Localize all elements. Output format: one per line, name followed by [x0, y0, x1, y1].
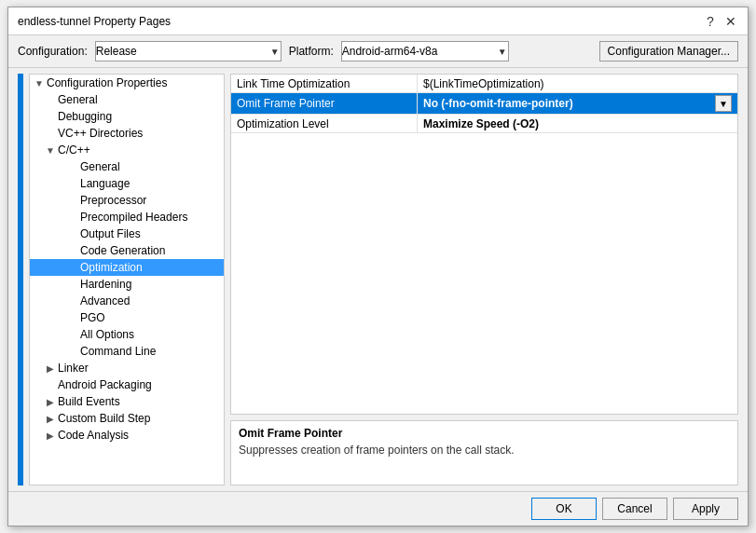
bottom-bar: OK Cancel Apply [8, 491, 748, 526]
prop-value: Maximize Speed (-O2) [418, 115, 737, 132]
apply-button[interactable]: Apply [673, 498, 738, 520]
expand-icon: ▶ [45, 397, 56, 407]
right-panel: Link Time Optimization$(LinkTimeOptimiza… [230, 74, 738, 485]
property-pages-dialog: endless-tunnel Property Pages ? ✕ Config… [7, 7, 749, 526]
tree-item-label: Language [80, 177, 130, 190]
prop-dropdown-button[interactable]: ▼ [715, 95, 732, 112]
title-bar: endless-tunnel Property Pages ? ✕ [8, 7, 748, 35]
tree-item[interactable]: ▶Linker [30, 360, 224, 376]
tree-panel: ▼Configuration PropertiesGeneralDebuggin… [29, 74, 225, 485]
platform-select[interactable]: Android-arm64-v8a [341, 41, 509, 62]
tree-item[interactable]: All Options [30, 326, 224, 343]
tree-item-label: General [80, 160, 120, 173]
tree-item-label: Configuration Properties [47, 76, 167, 89]
tree-item-label: PGO [80, 311, 105, 324]
tree-item[interactable]: Preprocessor [30, 192, 224, 209]
tree-item[interactable]: General [30, 91, 224, 108]
config-label: Configuration: [18, 45, 88, 58]
tree-item[interactable]: Command Line [30, 343, 224, 360]
tree-item[interactable]: ▶Build Events [30, 393, 224, 410]
help-button[interactable]: ? [703, 14, 718, 29]
description-panel: Omit Frame Pointer Suppresses creation o… [230, 420, 738, 485]
tree-item[interactable]: Optimization [30, 259, 224, 276]
close-button[interactable]: ✕ [723, 14, 738, 29]
tree-item[interactable]: Hardening [30, 276, 224, 293]
tree-item-label: Optimization [80, 261, 143, 274]
prop-name: Link Time Optimization [231, 75, 418, 92]
tree-item[interactable]: ▼Configuration Properties [30, 75, 224, 91]
tree-item[interactable]: Language [30, 175, 224, 192]
properties-grid: Link Time Optimization$(LinkTimeOptimiza… [230, 74, 738, 415]
tree-item[interactable]: General [30, 158, 224, 175]
prop-value-text: $(LinkTimeOptimization) [423, 77, 544, 90]
tree-item-label: Precompiled Headers [80, 211, 187, 224]
tree-item[interactable]: Advanced [30, 293, 224, 309]
platform-select-wrapper: Android-arm64-v8a ▼ [341, 41, 509, 62]
tree-item-label: Advanced [80, 294, 130, 308]
tree-item[interactable]: Precompiled Headers [30, 209, 224, 226]
expand-icon: ▶ [45, 414, 56, 424]
tree-item-label: Command Line [80, 345, 156, 358]
dialog-title: endless-tunnel Property Pages [18, 15, 171, 28]
config-manager-button[interactable]: Configuration Manager... [599, 41, 738, 62]
cancel-button[interactable]: Cancel [602, 498, 667, 520]
platform-label: Platform: [289, 45, 334, 58]
accent-bar [18, 74, 23, 485]
config-select-wrapper: Release ▼ [95, 41, 282, 62]
tree-item[interactable]: ▶Code Analysis [30, 427, 224, 444]
config-bar: Configuration: Release ▼ Platform: Andro… [8, 35, 748, 68]
tree-item[interactable]: Code Generation [30, 242, 224, 259]
table-row[interactable]: Optimization LevelMaximize Speed (-O2) [231, 115, 737, 133]
tree-item[interactable]: PGO [30, 309, 224, 326]
config-select[interactable]: Release [95, 41, 282, 62]
tree-item[interactable]: Android Packaging [30, 376, 224, 393]
prop-value: $(LinkTimeOptimization) [418, 75, 737, 92]
tree-item-label: Hardening [80, 278, 131, 291]
description-text: Suppresses creation of frame pointers on… [239, 444, 730, 457]
prop-name: Optimization Level [231, 115, 418, 132]
tree-item[interactable]: Debugging [30, 108, 224, 125]
tree-item[interactable]: VC++ Directories [30, 125, 224, 142]
ok-button[interactable]: OK [531, 498, 597, 520]
tree-item[interactable]: ▶Custom Build Step [30, 410, 224, 427]
prop-value: No (-fno-omit-frame-pointer)▼ [418, 93, 737, 114]
tree-item-label: Android Packaging [58, 378, 152, 391]
prop-value-text: No (-fno-omit-frame-pointer) [423, 97, 573, 110]
tree-item-label: Code Analysis [58, 429, 129, 442]
tree-item-label: Debugging [58, 110, 112, 123]
table-row[interactable]: Omit Frame PointerNo (-fno-omit-frame-po… [231, 93, 737, 115]
expand-icon: ▶ [45, 363, 56, 374]
collapse-icon: ▼ [34, 78, 45, 89]
description-title: Omit Frame Pointer [239, 427, 730, 440]
main-content: ▼Configuration PropertiesGeneralDebuggin… [8, 68, 748, 491]
tree-item-label: General [58, 93, 98, 106]
title-bar-controls: ? ✕ [703, 14, 738, 29]
tree-item-label: Code Generation [80, 244, 165, 257]
tree-item-label: Build Events [58, 395, 120, 408]
tree-item-label: Custom Build Step [58, 412, 150, 425]
tree-item-label: Preprocessor [80, 194, 146, 207]
tree-item-label: Linker [58, 362, 89, 375]
tree-item[interactable]: ▼C/C++ [30, 142, 224, 158]
table-row[interactable]: Link Time Optimization$(LinkTimeOptimiza… [231, 75, 737, 93]
tree-item-label: C/C++ [58, 144, 90, 157]
tree-item-label: All Options [80, 328, 134, 341]
collapse-icon: ▼ [45, 145, 56, 156]
tree-item-label: Output Files [80, 227, 141, 240]
tree-item-label: VC++ Directories [58, 127, 143, 140]
tree-item[interactable]: Output Files [30, 226, 224, 242]
prop-name: Omit Frame Pointer [231, 93, 418, 114]
expand-icon: ▶ [45, 430, 56, 441]
prop-value-text: Maximize Speed (-O2) [423, 117, 539, 130]
